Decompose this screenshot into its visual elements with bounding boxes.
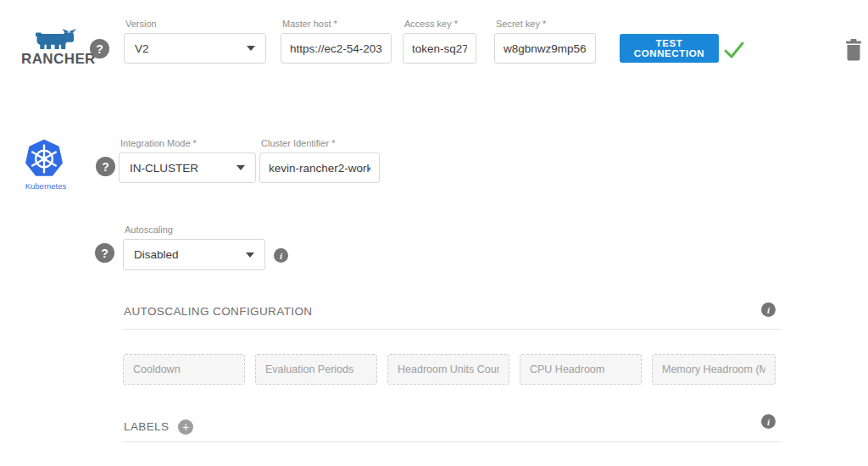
section-divider	[123, 329, 781, 330]
question-glyph: ?	[102, 160, 109, 174]
headroom-units-count-input	[387, 354, 509, 385]
integration-mode-field-group: Integration Mode * IN-CLUSTER	[119, 153, 256, 183]
secret-key-field-group: Secret key *	[494, 33, 596, 64]
info-icon[interactable]: i	[761, 414, 776, 429]
access-key-label: Access key *	[404, 19, 458, 29]
add-label-button[interactable]: +	[178, 419, 193, 435]
help-icon[interactable]: ?	[95, 243, 114, 263]
secret-key-label: Secret key *	[496, 19, 546, 29]
kubernetes-helm-icon	[24, 138, 64, 178]
connection-success-check-icon	[723, 40, 745, 60]
info-icon[interactable]: i	[761, 302, 776, 317]
kubernetes-caption: Kubernetes	[24, 181, 68, 191]
section-divider	[123, 441, 781, 442]
cluster-identifier-label: Cluster Identifier *	[261, 138, 335, 148]
version-select[interactable]: V2	[124, 33, 266, 64]
evaluation-periods-input	[255, 354, 377, 385]
delete-trash-icon[interactable]	[845, 39, 862, 61]
secret-key-input[interactable]	[494, 33, 596, 64]
cpu-headroom-field	[520, 354, 642, 385]
cluster-identifier-input[interactable]	[259, 153, 380, 183]
help-icon[interactable]: ?	[96, 157, 115, 176]
info-glyph: i	[280, 251, 282, 261]
version-value: V2	[135, 42, 149, 55]
evaluation-periods-field	[255, 354, 377, 385]
cooldown-field	[123, 354, 245, 385]
autoscaling-select[interactable]: Disabled	[123, 239, 265, 270]
autoscaling-field-group: Autoscaling Disabled	[123, 239, 265, 270]
cooldown-input	[123, 354, 245, 385]
rancher-logo: RANCHER	[21, 29, 91, 68]
rancher-bull-icon	[36, 29, 76, 49]
question-glyph: ?	[96, 42, 103, 56]
chevron-down-icon	[247, 46, 255, 51]
memory-headroom-input	[652, 354, 776, 385]
info-glyph: i	[767, 305, 770, 315]
cluster-identifier-field-group: Cluster Identifier *	[259, 153, 380, 183]
headroom-units-count-field	[387, 354, 509, 385]
rancher-wordmark: RANCHER	[21, 51, 96, 68]
access-key-input[interactable]	[403, 33, 476, 64]
question-glyph: ?	[101, 247, 108, 260]
chevron-down-icon	[236, 165, 245, 170]
test-connection-button-wrap: TEST CONNECTION	[620, 34, 719, 63]
plus-glyph: +	[182, 420, 189, 434]
autoscaling-configuration-title: AUTOSCALING CONFIGURATION	[124, 305, 313, 318]
info-icon[interactable]: i	[274, 248, 288, 263]
help-icon[interactable]: ?	[90, 39, 109, 58]
version-label: Version	[125, 19, 157, 29]
labels-title: LABELS	[124, 420, 169, 433]
integration-mode-label: Integration Mode *	[120, 138, 197, 148]
access-key-field-group: Access key *	[403, 33, 476, 64]
kubernetes-logo: Kubernetes	[24, 138, 68, 191]
integration-mode-select[interactable]: IN-CLUSTER	[119, 153, 256, 183]
info-glyph: i	[767, 417, 770, 427]
integration-mode-value: IN-CLUSTER	[130, 162, 198, 175]
autoscaling-label: Autoscaling	[125, 225, 173, 235]
autoscaling-value: Disabled	[134, 248, 179, 261]
master-host-input[interactable]	[281, 33, 392, 64]
memory-headroom-field	[652, 354, 776, 385]
master-host-label: Master host *	[282, 19, 337, 29]
test-connection-button[interactable]: TEST CONNECTION	[620, 34, 719, 63]
cpu-headroom-input	[520, 354, 642, 385]
chevron-down-icon	[246, 252, 254, 258]
master-host-field-group: Master host *	[281, 33, 392, 64]
integration-config-page: RANCHER ? Version V2 Master host * Acces…	[0, 0, 868, 466]
version-field-group: Version V2	[124, 33, 266, 64]
